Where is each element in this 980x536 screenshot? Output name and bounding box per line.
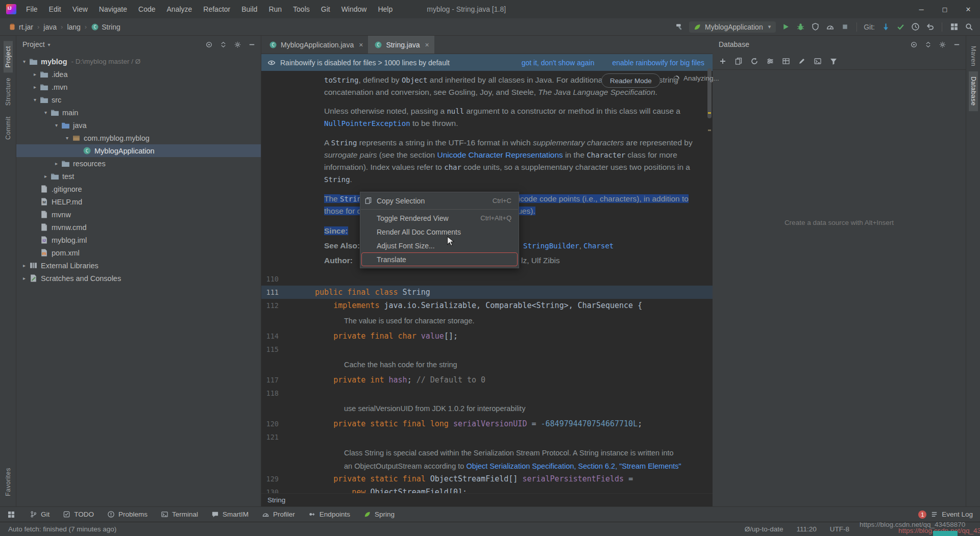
tree-item-myblog-iml[interactable]: IJmyblog.iml	[16, 234, 261, 246]
tool-button-project[interactable]: Project	[4, 41, 13, 72]
tool-window-button-endpoints[interactable]: Endpoints	[308, 511, 350, 518]
menu-window[interactable]: Window	[336, 0, 373, 18]
stop-icon[interactable]	[840, 22, 850, 32]
tool-button-database[interactable]: Database	[969, 71, 978, 111]
tree-item-myblog[interactable]: ▾myblog- D:\myblog master / Ø	[16, 55, 261, 68]
collapse-arrow-icon[interactable]: ▾	[62, 135, 72, 141]
minus-icon[interactable]	[248, 41, 256, 48]
doc-link[interactable]: Charset	[583, 242, 614, 250]
tree-item-myblogapplication[interactable]: CMyblogApplication	[16, 144, 261, 157]
close-icon[interactable]: ×	[359, 41, 363, 49]
expand-arrow-icon[interactable]: ▸	[30, 84, 40, 90]
expand-arrow-icon[interactable]: ▸	[52, 161, 61, 166]
collapse-arrow-icon[interactable]: ▾	[52, 122, 61, 128]
tool-button-maven[interactable]: Maven	[969, 41, 978, 71]
code-line-117[interactable]: 117 private int hash; // Default to 0	[261, 373, 713, 387]
expand-arrow-icon[interactable]: ▸	[19, 263, 29, 268]
status-widget-111-20[interactable]: 111:20	[796, 525, 816, 533]
expand-arrow-icon[interactable]: ▸	[41, 173, 51, 179]
tree-item-pom-xml[interactable]: mpom.xml	[16, 246, 261, 259]
tool-window-button-terminal[interactable]: Terminal	[161, 511, 198, 518]
doc-link[interactable]: Object Serialization Specification, Sect…	[466, 462, 681, 470]
tool-switcher-icon[interactable]	[7, 511, 15, 519]
arrow-down-icon[interactable]	[880, 22, 891, 32]
code-line-112[interactable]: 112 implements java.io.Serializable, Com…	[261, 299, 713, 312]
funnel-icon[interactable]	[829, 57, 838, 65]
collapse-icon[interactable]	[924, 41, 932, 48]
console-icon[interactable]	[814, 57, 822, 65]
play-icon[interactable]	[780, 22, 791, 32]
menu-build[interactable]: Build	[236, 0, 263, 18]
tree-item-test[interactable]: ▸test	[16, 170, 261, 183]
props-icon[interactable]	[766, 57, 774, 65]
tree-item-main[interactable]: ▾main	[16, 106, 261, 119]
expand-arrow-icon[interactable]: ▸	[30, 71, 40, 77]
expand-arrow-icon[interactable]: ▸	[19, 275, 29, 281]
context-menu-item-toggle-rendered-view[interactable]: Toggle Rendered ViewCtrl+Alt+Q	[360, 211, 519, 225]
error-stripe-mark[interactable]	[708, 112, 711, 114]
code-line-115[interactable]: 115	[261, 343, 713, 356]
tree-item-java[interactable]: ▾java	[16, 119, 261, 132]
breadcrumb-class[interactable]: String	[267, 496, 285, 504]
menu-refactor[interactable]: Refactor	[198, 0, 236, 18]
code-line-118[interactable]: 118	[261, 387, 713, 400]
editor-content[interactable]: toString, defined by Object and inherite…	[261, 71, 713, 506]
search-icon[interactable]	[964, 22, 974, 32]
menu-navigate[interactable]: Navigate	[93, 0, 133, 18]
code-line-120[interactable]: 120 private static final long serialVers…	[261, 417, 713, 430]
menu-analyze[interactable]: Analyze	[161, 0, 198, 18]
code-line-110[interactable]: 110	[261, 272, 713, 286]
tool-window-button-git[interactable]: Git	[30, 511, 50, 518]
code-line-121[interactable]: 121	[261, 430, 713, 444]
plus-icon[interactable]	[719, 57, 727, 65]
tree-item-src[interactable]: ▾src	[16, 93, 261, 106]
tool-window-button-profiler[interactable]: Profiler	[262, 511, 295, 518]
tree-item-com-myblog-myblog[interactable]: ▾com.myblog.myblog	[16, 132, 261, 144]
collapse-arrow-icon[interactable]: ▾	[41, 110, 51, 115]
tree-item-idea[interactable]: ▸.idea	[16, 68, 261, 81]
menu-tools[interactable]: Tools	[287, 0, 315, 18]
tool-window-button-spring[interactable]: Spring	[363, 511, 395, 518]
collapse-arrow-icon[interactable]: ▾	[19, 59, 29, 64]
menu-help[interactable]: Help	[372, 0, 398, 18]
doc-link[interactable]: NullPointerException	[324, 119, 410, 127]
menu-edit[interactable]: Edit	[43, 0, 67, 18]
context-menu-item-copy-selection[interactable]: Copy SelectionCtrl+C	[360, 194, 519, 208]
refresh-icon[interactable]	[750, 57, 758, 65]
context-menu-item-translate[interactable]: Translate	[360, 252, 519, 266]
grid-icon[interactable]	[949, 22, 959, 32]
close-icon[interactable]: ×	[425, 41, 429, 49]
database-panel-title[interactable]: Database	[719, 40, 749, 48]
table-icon[interactable]	[782, 57, 790, 65]
tree-item-mvnw-cmd[interactable]: mvnw.cmd	[16, 221, 261, 234]
banner-dismiss-link[interactable]: got it, don't show again	[522, 59, 595, 67]
editor-scrollbar[interactable]	[706, 36, 713, 493]
breadcrumb-lang[interactable]: lang	[67, 23, 80, 31]
hammer-icon[interactable]	[674, 22, 684, 32]
tool-button-structure[interactable]: Structure	[4, 72, 13, 111]
tab-myblogapplication-java[interactable]: CMyblogApplication.java×	[263, 36, 368, 54]
tool-button-favorites[interactable]: Favorites	[4, 463, 13, 501]
code-line-111[interactable]: 111public final class String	[261, 286, 713, 299]
collapse-icon[interactable]	[219, 41, 227, 48]
breadcrumb-string[interactable]: CString	[91, 23, 120, 31]
gauge-icon[interactable]	[825, 22, 835, 32]
collapse-arrow-icon[interactable]: ▾	[30, 97, 40, 103]
undo-icon[interactable]	[925, 22, 935, 32]
gear-icon[interactable]	[939, 41, 946, 48]
tree-item-help-md[interactable]: MHELP.md	[16, 195, 261, 208]
run-config-selector[interactable]: MyblogApplication▾	[689, 21, 776, 33]
check-icon[interactable]	[895, 22, 905, 32]
project-panel-title[interactable]: Project	[22, 40, 45, 48]
clock-icon[interactable]	[910, 22, 920, 32]
menu-view[interactable]: View	[67, 0, 93, 18]
tree-item-resources[interactable]: ▸resources	[16, 157, 261, 170]
tab-string-java[interactable]: CString.java×	[368, 36, 434, 54]
tree-item-gitignore[interactable]: .gitignore	[16, 183, 261, 195]
menu-file[interactable]: File	[20, 0, 43, 18]
tree-item-scratches-and-consoles[interactable]: ▸Scratches and Consoles	[16, 272, 261, 285]
doc-link[interactable]: Unicode Character Representations	[437, 150, 562, 159]
tool-window-button-event-log[interactable]: Event Log	[930, 511, 973, 518]
breadcrumb-rt-jar[interactable]: rt.jar	[8, 23, 33, 31]
maximize-button[interactable]: ◻	[933, 0, 957, 18]
